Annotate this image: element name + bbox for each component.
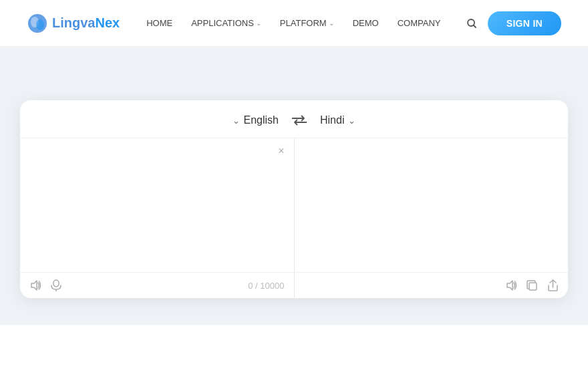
chevron-down-icon: ⌄ bbox=[329, 19, 334, 27]
target-lang-selector[interactable]: Hindi ⌄ bbox=[320, 114, 355, 126]
copy-button[interactable] bbox=[527, 280, 538, 291]
source-lang-selector[interactable]: ⌄ English bbox=[233, 114, 279, 126]
main-nav: HOME APPLICATIONS ⌄ PLATFORM ⌄ DEMO COMP… bbox=[146, 18, 466, 28]
logo-icon bbox=[27, 13, 48, 34]
translator-card: ⌄ English Hindi ⌄ × bbox=[20, 100, 568, 298]
nav-platform[interactable]: PLATFORM ⌄ bbox=[280, 18, 334, 28]
svg-rect-8 bbox=[53, 280, 59, 287]
speaker-icon bbox=[29, 279, 41, 291]
logo-text: LingvaNex bbox=[52, 15, 120, 31]
translator-header: ⌄ English Hindi ⌄ bbox=[20, 100, 568, 138]
chevron-down-icon: ⌄ bbox=[256, 19, 261, 27]
nav-demo[interactable]: DEMO bbox=[353, 18, 379, 28]
source-lang-label: English bbox=[244, 114, 279, 126]
chevron-down-icon: ⌄ bbox=[233, 116, 240, 126]
nav-company[interactable]: COMPANY bbox=[398, 18, 441, 28]
search-icon bbox=[466, 18, 477, 29]
copy-icon bbox=[527, 280, 538, 291]
share-icon bbox=[547, 279, 559, 291]
source-footer-icons bbox=[29, 279, 61, 291]
swap-languages-button[interactable] bbox=[289, 112, 309, 128]
source-speaker-button[interactable] bbox=[29, 279, 41, 291]
microphone-icon bbox=[51, 279, 61, 291]
microphone-button[interactable] bbox=[51, 279, 61, 291]
translator-body: × bbox=[20, 138, 568, 272]
source-textarea[interactable] bbox=[31, 146, 283, 247]
svg-point-2 bbox=[36, 19, 44, 30]
svg-marker-7 bbox=[31, 281, 37, 290]
sign-in-button[interactable]: SIGN IN bbox=[488, 11, 561, 35]
nav-home[interactable]: HOME bbox=[146, 18, 172, 28]
svg-line-4 bbox=[473, 25, 476, 27]
nav-applications[interactable]: APPLICATIONS ⌄ bbox=[191, 18, 261, 28]
target-panel bbox=[295, 138, 569, 272]
translator-footer: 0 / 10000 bbox=[20, 272, 568, 298]
source-panel: × bbox=[20, 138, 295, 272]
clear-button[interactable]: × bbox=[278, 145, 284, 157]
search-button[interactable] bbox=[466, 18, 477, 29]
chevron-down-icon: ⌄ bbox=[348, 116, 355, 126]
share-button[interactable] bbox=[547, 279, 559, 291]
header: LingvaNex HOME APPLICATIONS ⌄ PLATFORM ⌄… bbox=[0, 0, 588, 47]
swap-icon bbox=[292, 115, 307, 126]
logo[interactable]: LingvaNex bbox=[27, 13, 120, 34]
header-actions: SIGN IN bbox=[466, 11, 561, 35]
target-speaker-button[interactable] bbox=[505, 279, 517, 291]
svg-rect-11 bbox=[529, 283, 537, 290]
source-footer: 0 / 10000 bbox=[20, 273, 295, 298]
target-footer bbox=[295, 273, 569, 298]
target-lang-label: Hindi bbox=[320, 114, 344, 126]
svg-marker-10 bbox=[507, 281, 512, 290]
char-count: 0 / 10000 bbox=[248, 281, 284, 291]
translator-section: ⌄ English Hindi ⌄ × bbox=[0, 154, 588, 325]
speaker-icon bbox=[505, 279, 517, 291]
